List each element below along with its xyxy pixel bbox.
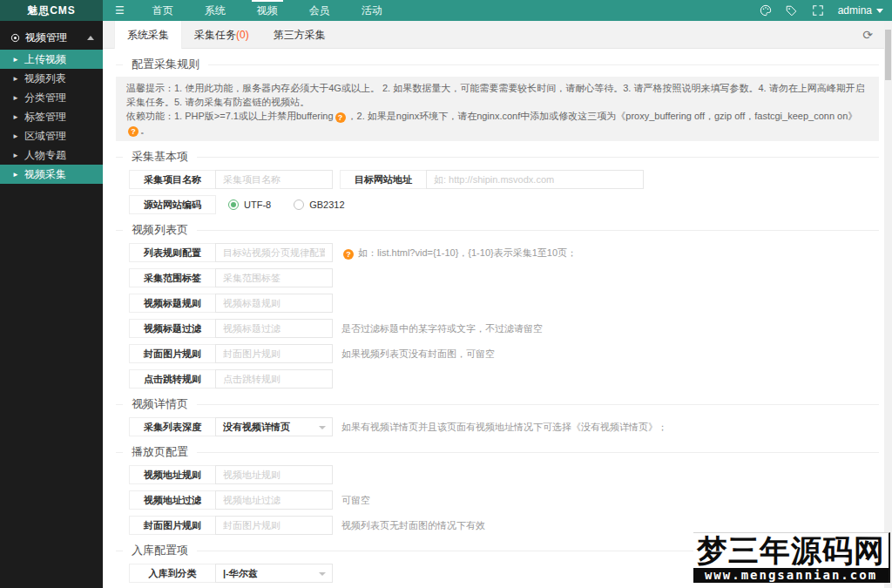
collapse-arrow-icon (87, 36, 94, 40)
list-rule-input[interactable] (215, 243, 333, 262)
tag-icon[interactable] (786, 4, 798, 17)
notice-line1: 温馨提示：1. 使用此功能，服务器内存必须大于4G或以上。 2. 如果数据量大，… (126, 81, 868, 109)
sidebar-item-upload-video[interactable]: ►上传视频 (0, 50, 103, 69)
nav-item-system[interactable]: 系统 (189, 0, 241, 21)
select-caret-icon (319, 572, 326, 576)
list-rule-label: 列表规则配置 (129, 243, 216, 262)
refresh-icon[interactable]: ⟳ (862, 21, 873, 49)
tab-thirdparty-collect[interactable]: 第三方采集 (261, 21, 338, 49)
sidebar-item-tags[interactable]: ►标签管理 (0, 107, 103, 126)
form-row-list-rule: 列表规则配置 ? 如：list.html?vid={1-10}，{1-10}表示… (129, 243, 879, 262)
gb2312-radio[interactable]: GB2312 (294, 199, 344, 210)
vertical-scrollbar[interactable] (884, 21, 892, 588)
cover-rule-hint: 如果视频列表页没有封面图，可留空 (341, 344, 495, 363)
sidebar-item-person-topic[interactable]: ►人物专题 (0, 145, 103, 165)
radio-checked-icon (228, 199, 239, 210)
notice-line2: 依赖功能：1. PHP版>=7.1或以上并禁用buffering?，2. 如果是… (126, 109, 868, 137)
section-play-page: 播放页配置 (116, 445, 879, 459)
form-row-video-url-filter: 视频地址过滤 可留空 (129, 490, 879, 510)
scope-tag-label: 采集范围标签 (129, 268, 216, 287)
section-config-rules: 配置采集规则 (116, 57, 879, 71)
arrow-right-icon: ► (12, 94, 19, 102)
section-basic: 采集基本项 (116, 150, 879, 164)
component-icon (10, 33, 20, 45)
task-count-badge: (0) (236, 29, 249, 41)
utf8-radio[interactable]: UTF-8 (228, 199, 271, 210)
project-name-label: 采集项目名称 (129, 170, 216, 189)
video-url-filter-hint: 可留空 (341, 490, 370, 510)
help-icon[interactable]: ? (343, 249, 354, 260)
top-header: 魅思CMS ☰ 首页 系统 视频 会员 活动 admina (0, 0, 892, 21)
sidebar-item-region[interactable]: ►区域管理 (0, 126, 103, 145)
sidebar-group-video-admin[interactable]: 视频管理 (0, 25, 103, 50)
project-name-input[interactable] (215, 170, 333, 189)
arrow-right-icon: ► (12, 152, 19, 159)
form-row-encoding: 源站网站编码 UTF-8 GB2312 (129, 195, 879, 214)
notice-text: 。 (140, 125, 150, 135)
section-basic-legend: 采集基本项 (123, 150, 197, 164)
list-rule-hint: ? 如：list.html?vid={1-10}，{1-10}表示采集1至10页… (341, 243, 577, 262)
nav-item-home[interactable]: 首页 (137, 0, 189, 21)
radio-label: UTF-8 (244, 199, 271, 210)
select-value: 没有视频详情页 (223, 422, 290, 432)
store-category-label: 入库到分类 (129, 564, 216, 583)
watermark-title: 梦三年源码网 (693, 533, 889, 568)
app-window: 魅思CMS ☰ 首页 系统 视频 会员 活动 admina (0, 0, 892, 588)
depth-select[interactable]: 没有视频详情页 (215, 417, 333, 436)
category-select[interactable]: |-华尔兹 (215, 564, 333, 583)
sidebar-item-label: 标签管理 (24, 111, 66, 123)
play-cover-rule-input[interactable] (215, 516, 333, 535)
tab-bar: 系统采集 采集任务(0) 第三方采集 ⟳ (103, 21, 892, 49)
scope-tag-input[interactable] (215, 268, 333, 287)
username: admina (838, 4, 872, 17)
tab-collect-tasks[interactable]: 采集任务(0) (182, 21, 261, 49)
sidebar-item-category[interactable]: ►分类管理 (0, 88, 103, 107)
menu-toggle-icon[interactable]: ☰ (103, 0, 137, 21)
title-filter-label: 视频标题过滤 (129, 319, 216, 338)
fullscreen-icon[interactable] (812, 4, 824, 17)
page-title: 配置采集规则 (123, 57, 208, 71)
arrow-right-icon: ► (12, 113, 19, 121)
sidebar-item-video-list[interactable]: ►视频列表 (0, 69, 103, 88)
nav-item-activity[interactable]: 活动 (346, 0, 398, 21)
arrow-right-icon: ► (12, 75, 19, 83)
play-cover-rule-hint: 视频列表页无封面图的情况下有效 (341, 516, 485, 535)
click-jump-input[interactable] (215, 369, 333, 389)
tab-system-collect[interactable]: 系统采集 (114, 21, 182, 49)
top-nav: ☰ 首页 系统 视频 会员 活动 (103, 0, 398, 21)
video-url-rule-input[interactable] (215, 465, 333, 484)
section-play-legend: 播放页配置 (123, 445, 197, 459)
hint-text: 如：list.html?vid={1-10}，{1-10}表示采集1至10页； (358, 247, 577, 258)
depth-label: 采集列表深度 (129, 417, 216, 436)
theme-palette-icon[interactable] (760, 4, 772, 17)
title-filter-hint: 是否过滤标题中的某字符或文字，不过滤请留空 (341, 319, 543, 338)
form-row-cover-rule: 封面图片规则 如果视频列表页没有封面图，可留空 (129, 344, 879, 363)
main-panel: 系统采集 采集任务(0) 第三方采集 ⟳ 配置采集规则 温馨提示：1. 使用此功… (103, 21, 892, 588)
select-value: |-华尔兹 (223, 568, 258, 578)
nav-item-member[interactable]: 会员 (294, 0, 346, 21)
sidebar-item-video-collect[interactable]: ►视频采集 (0, 165, 103, 184)
form-row-project-target: 采集项目名称 目标网站地址 (129, 170, 879, 189)
radio-unchecked-icon (294, 199, 304, 210)
target-url-label: 目标网站地址 (340, 170, 427, 189)
section-detail-legend: 视频详情页 (123, 397, 197, 411)
section-store-legend: 入库配置项 (123, 544, 197, 558)
notice-box: 温馨提示：1. 使用此功能，服务器内存必须大于4G或以上。 2. 如果数据量大，… (116, 77, 879, 141)
encoding-label: 源站网站编码 (129, 195, 216, 214)
watermark-url: www.mengsannian.com (693, 568, 889, 583)
sidebar-item-label: 视频采集 (24, 168, 66, 180)
sidebar-item-label: 人物专题 (24, 149, 66, 161)
title-rule-input[interactable] (215, 294, 333, 313)
sidebar-item-label: 视频列表 (24, 72, 66, 84)
help-icon[interactable]: ? (335, 112, 346, 123)
user-menu[interactable]: admina (838, 4, 883, 17)
target-url-input[interactable] (426, 170, 644, 189)
help-icon[interactable]: ? (128, 126, 139, 137)
nav-item-video[interactable]: 视频 (241, 0, 294, 21)
title-filter-input[interactable] (215, 319, 333, 338)
cover-rule-input[interactable] (215, 344, 333, 363)
form-row-title-filter: 视频标题过滤 是否过滤标题中的某字符或文字，不过滤请留空 (129, 319, 879, 338)
section-detail-page: 视频详情页 (116, 397, 879, 411)
video-url-filter-input[interactable] (215, 490, 333, 510)
scrollbar-thumb[interactable] (885, 30, 891, 80)
